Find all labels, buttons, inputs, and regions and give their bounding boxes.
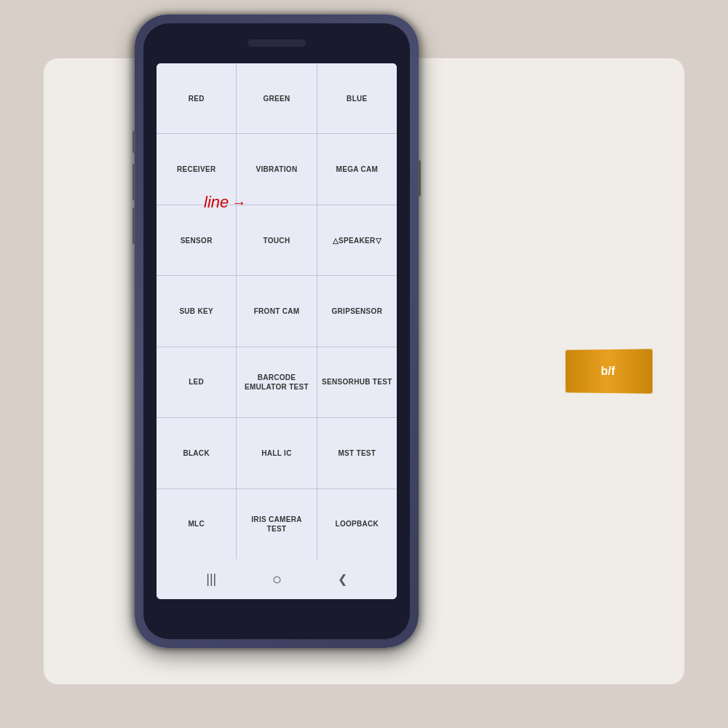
earpiece-speaker: [248, 39, 306, 47]
phone-body: RED GREEN BLUE RECEIVER VIBRATION MEGA C…: [135, 15, 419, 648]
scene: b/f RED GREEN BLUE RECEIVER VIBRATION ME…: [0, 0, 728, 728]
recent-apps-button[interactable]: |||: [206, 571, 216, 587]
bixby-button: [132, 131, 135, 153]
grid-cell-gripsensor[interactable]: GRIPSENSOR: [317, 276, 397, 346]
home-button[interactable]: ○: [272, 570, 282, 589]
grid-cell-red[interactable]: RED: [157, 63, 236, 133]
navigation-bar: ||| ○ ❮: [157, 559, 397, 599]
power-button: [418, 160, 421, 197]
grid-cell-receiver[interactable]: RECEIVER: [157, 134, 236, 204]
grid-cell-blue[interactable]: BLUE: [317, 63, 397, 133]
grid-cell-speaker[interactable]: △SPEAKER▽: [317, 205, 397, 275]
volume-down-button: [132, 207, 135, 244]
grid-cell-loopback[interactable]: LOOPBACK: [317, 489, 397, 559]
grid-cell-sub-key[interactable]: SUB KEY: [157, 276, 236, 346]
front-camera: [360, 36, 366, 42]
grid-cell-barcode-emulator[interactable]: BARCODEEMULATOR TEST: [237, 347, 316, 417]
back-button[interactable]: ❮: [338, 572, 347, 586]
flex-cable: b/f: [566, 349, 653, 394]
grid-cell-touch[interactable]: TOUCH: [237, 205, 316, 275]
volume-up-button: [132, 164, 135, 200]
grid-cell-black[interactable]: BLACK: [157, 418, 236, 488]
grid-cell-vibration[interactable]: VIBRATION: [237, 134, 316, 204]
screen: RED GREEN BLUE RECEIVER VIBRATION MEGA C…: [157, 63, 397, 599]
grid-cell-mega-cam[interactable]: MEGA CAM: [317, 134, 397, 204]
grid-cell-front-cam[interactable]: FRONT CAM: [237, 276, 316, 346]
screen-bezel: RED GREEN BLUE RECEIVER VIBRATION MEGA C…: [143, 23, 410, 639]
grid-cell-green[interactable]: GREEN: [237, 63, 316, 133]
grid-cell-sensor[interactable]: SENSOR: [157, 205, 236, 275]
grid-cell-led[interactable]: LED: [157, 347, 236, 417]
flex-cable-label: b/f: [601, 365, 614, 378]
test-menu-grid: RED GREEN BLUE RECEIVER VIBRATION MEGA C…: [157, 63, 397, 559]
grid-cell-hall-ic[interactable]: HALL IC: [237, 418, 316, 488]
grid-cell-mst-test[interactable]: MST TEST: [317, 418, 397, 488]
grid-cell-iris-camera[interactable]: IRIS CAMERATEST: [237, 489, 316, 559]
grid-cell-mlc[interactable]: MLC: [157, 489, 236, 559]
grid-cell-sensorhub[interactable]: SENSORHUB TEST: [317, 347, 397, 417]
